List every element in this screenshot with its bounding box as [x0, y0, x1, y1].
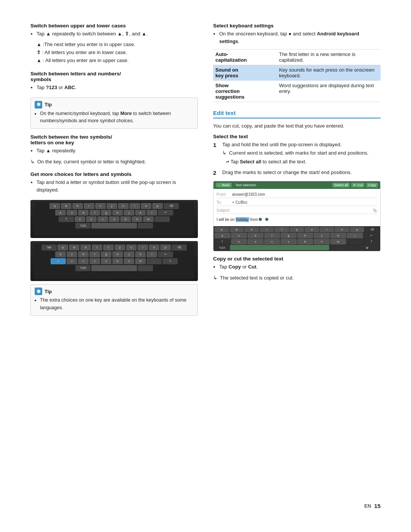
phone-field-to: To: + Cc/Bcc: [217, 199, 377, 206]
key-t: t: [95, 203, 106, 209]
pk-g: g: [280, 233, 297, 238]
section-edit-text: Edit text You can cut, copy, and paste t…: [213, 110, 381, 281]
key2-t: t: [103, 244, 114, 251]
phone-copy-btn: Copy: [366, 183, 378, 187]
key2-i: i: [137, 244, 148, 251]
settings-label-autocap: Auto-capitalization: [213, 50, 277, 65]
heading-select-text: Select the text: [213, 134, 381, 139]
key2-tab: Tab: [41, 244, 57, 251]
phone-attachment-icon: 📎: [373, 208, 377, 212]
key2-z: z: [67, 258, 77, 264]
pk-n: n: [314, 239, 330, 244]
bullets-keyboard-settings: On the onscreen keyboard, tap ● and sele…: [213, 30, 381, 45]
tip-content-2: The extra choices on one key are availab…: [35, 297, 194, 312]
settings-desc-autocap: The first letter in a new sentence is ca…: [277, 50, 381, 65]
key-i: i: [129, 203, 140, 209]
key2-a: a: [55, 251, 66, 257]
phone-content: From: answer@1923.com To: + Cc/Bcc Subje…: [213, 189, 380, 226]
step-num-1: 1: [213, 141, 219, 166]
key-row-2-4: ?123 .: [35, 265, 193, 271]
step-1: 1 Tap and hold the text until the pop-sc…: [213, 141, 381, 166]
settings-row-autocap: Auto-capitalization The first letter in …: [213, 50, 381, 65]
heading-keyboard-settings: Select keyboard settings: [213, 23, 381, 29]
key-del: ⌫: [164, 203, 179, 209]
key2-p: p: [160, 244, 171, 251]
phone-title: Text selection: [236, 183, 256, 187]
list-item: Tap ▲ repeatedly to switch between ▲, ⇧,…: [37, 30, 198, 38]
tip-label-1: Tip: [45, 102, 52, 107]
phone-top-right-btns: Select all ✕ Cut Copy: [332, 183, 378, 187]
settings-row-correction: Showcorrectionsuggestions Word suggestio…: [213, 81, 381, 102]
tip-text-1: On the numeric/symbol keyboard, tap More…: [40, 110, 194, 125]
pk-h: h: [297, 233, 314, 238]
key-row-1: q w e r t y u i o p ⌫: [35, 203, 193, 209]
key2-e: e: [80, 244, 91, 251]
key2-b: b: [112, 258, 123, 264]
key2-c: c: [89, 258, 100, 264]
pk-j: j: [314, 233, 330, 238]
tip-icon-1: ✱: [35, 101, 42, 109]
step-2: 2 Drag the marks to select or change the…: [213, 169, 381, 177]
key-o: o: [141, 203, 151, 209]
key-b: b: [120, 216, 131, 222]
key2-s: s: [67, 251, 77, 257]
key-s: s: [67, 210, 77, 216]
key2-k: k: [135, 251, 146, 257]
heading-more-choices: Get more choices for letters and symbols: [30, 171, 198, 177]
page: Switch between upper and lower cases Tap…: [0, 0, 411, 532]
bullets-switch-numbers: Tap ?123 or ABC.: [30, 84, 198, 91]
key2-n: n: [124, 258, 134, 264]
pk-y: y: [290, 227, 304, 233]
key-dot: .: [155, 216, 170, 222]
edit-text-heading: Edit text: [213, 110, 381, 118]
pk-v: v: [280, 239, 297, 244]
bullets-more-choices: Tap and hold a letter or symbol button u…: [30, 179, 198, 194]
pk-at: @: [355, 245, 379, 251]
tip-header-1: ✱ Tip: [35, 101, 194, 109]
pk-l: l: [347, 233, 363, 238]
phone-cut-btn: ✕ Cut: [351, 183, 365, 187]
settings-row-sound: Sound onkey press Key sounds for each pr…: [213, 65, 381, 81]
pk-row-2: a s d f g h j k l ↵: [214, 233, 379, 238]
pk-q: q: [214, 227, 229, 233]
key-u: u: [118, 203, 129, 209]
pk-del: ⌫: [365, 227, 379, 233]
key-r: r: [84, 203, 94, 209]
phone-body-text: I will be on holiday from: [217, 215, 377, 224]
key-shift: ⇧: [59, 216, 74, 222]
step-1-sub-1: Current word is selected, with marks for…: [222, 149, 381, 157]
key-row-4: ?123 .: [35, 223, 193, 228]
pk-shift: ⇧: [214, 239, 231, 244]
key2-v: v: [101, 258, 112, 264]
key2-l: l: [147, 251, 157, 257]
key2-shift2: ⇧: [162, 258, 178, 264]
pk-e: e: [244, 227, 259, 233]
phone-value-to: + Cc/Bcc: [232, 200, 247, 204]
keyboard-inner-1: q w e r t y u i o p ⌫ a s: [34, 202, 194, 236]
settings-desc-correction: Word suggestions are displayed during te…: [277, 81, 381, 102]
phone-top-bar: ← Back Text selection Select all ✕ Cut C…: [213, 181, 380, 189]
step-content-2: Drag the marks to select or change the s…: [222, 169, 381, 177]
pk-t: t: [274, 227, 289, 233]
settings-desc-sound: Key sounds for each press on the onscree…: [277, 65, 381, 81]
key2-del: ⌫: [172, 244, 187, 251]
key-k: k: [135, 210, 146, 216]
key-l: l: [147, 210, 157, 216]
phone-screen-mockup: ← Back Text selection Select all ✕ Cut C…: [213, 181, 381, 251]
section-keyboard-settings: Select keyboard settings On the onscreen…: [213, 23, 381, 102]
pk-b: b: [297, 239, 314, 244]
key-enter: ↵: [158, 210, 173, 216]
section-switch-numbers: Switch between letters and numbers/symbo…: [30, 71, 198, 91]
lang-label: EN: [364, 503, 371, 509]
pk-i: i: [320, 227, 335, 233]
section-switch-upper-lower: Switch between upper and lower cases Tap…: [30, 23, 198, 65]
tip-box-2: ✱ Tip The extra choices on one key are a…: [30, 284, 198, 316]
key2-r: r: [92, 244, 102, 251]
key-w: w: [61, 203, 72, 209]
key-m: m: [143, 216, 154, 222]
keyboard-image-1: q w e r t y u i o p ⌫ a s: [30, 200, 198, 238]
list-item: Tap ▲ repeatedly.: [37, 147, 198, 155]
settings-table: Auto-capitalization The first letter in …: [213, 49, 381, 102]
pk-d: d: [247, 233, 264, 238]
select-text-steps: 1 Tap and hold the text until the pop-sc…: [213, 141, 381, 177]
